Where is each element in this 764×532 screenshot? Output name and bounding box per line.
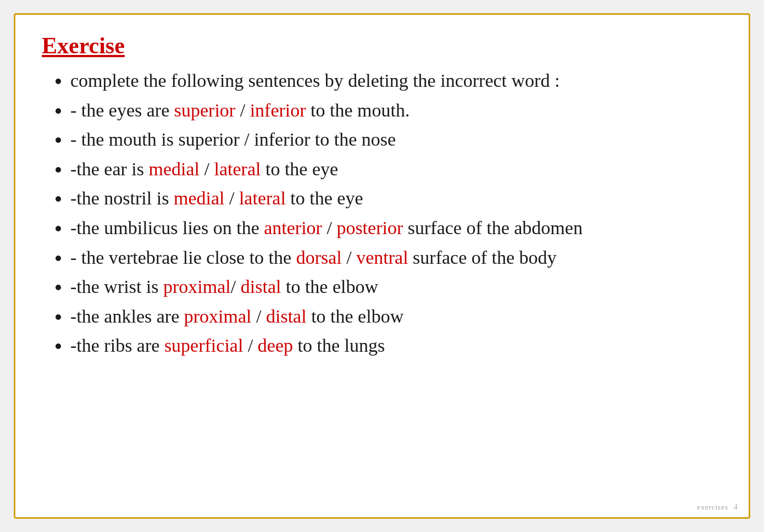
item-3-sep: /	[200, 159, 214, 179]
item-8-sep: /	[252, 306, 266, 326]
item-1-sep: /	[235, 100, 250, 120]
intro-text: complete the following sentences by dele…	[70, 70, 560, 91]
item-9-word2: deep	[258, 335, 293, 356]
bullet-list: complete the following sentences by dele…	[42, 68, 722, 491]
item-8-word2: distal	[266, 306, 307, 326]
item-4-before: -the nostril is	[70, 188, 174, 208]
item-7-word2: distal	[241, 276, 281, 297]
list-item-6: - the vertebrae lie close to the dorsal …	[70, 245, 722, 271]
item-4-word2: lateral	[239, 188, 286, 208]
list-item-7: -the wrist is proximal/ distal to the el…	[70, 274, 722, 300]
item-3-before: -the ear is	[70, 159, 149, 179]
item-3-word2: lateral	[214, 159, 261, 179]
exercise-title: Exercise	[42, 32, 722, 59]
item-1-after: to the mouth.	[306, 100, 410, 120]
item-1-before: - the eyes are	[70, 100, 174, 120]
list-item-3: -the ear is medial / lateral to the eye	[70, 156, 722, 182]
item-9-sep: /	[243, 335, 257, 356]
list-item-4: -the nostril is medial / lateral to the …	[70, 185, 722, 212]
item-4-word1: medial	[174, 188, 225, 208]
footer-page: 4	[734, 503, 738, 512]
item-8-before: -the ankles are	[70, 306, 184, 326]
item-2-text: - the mouth is superior / inferior to th…	[70, 129, 396, 149]
list-item-2: - the mouth is superior / inferior to th…	[70, 126, 722, 153]
slide-footer: exercises 4	[697, 503, 738, 512]
list-item-9: -the ribs are superficial / deep to the …	[70, 332, 722, 359]
item-5-sep: /	[322, 218, 336, 238]
item-9-before: -the ribs are	[70, 335, 164, 356]
item-7-sep: /	[231, 276, 241, 297]
item-6-sep: /	[342, 247, 356, 268]
list-item-intro: complete the following sentences by dele…	[70, 68, 722, 94]
item-7-before: -the wrist is	[70, 276, 163, 297]
item-8-after: to the elbow	[307, 306, 404, 326]
slide: Exercise complete the following sentence…	[14, 13, 750, 519]
item-6-word2: ventral	[356, 247, 408, 268]
item-7-word1: proximal	[163, 276, 231, 297]
item-3-word1: medial	[149, 159, 200, 179]
item-4-after: to the eye	[286, 188, 363, 208]
item-8-word1: proximal	[184, 306, 252, 326]
item-9-word1: superficial	[164, 335, 243, 356]
item-5-after: surface of the abdomen	[403, 218, 583, 238]
item-5-word2: posterior	[336, 218, 403, 238]
item-1-word1: superior	[174, 100, 235, 120]
item-1-word2: inferior	[250, 100, 306, 120]
item-6-before: - the vertebrae lie close to the	[70, 247, 296, 268]
list-item-1: - the eyes are superior / inferior to th…	[70, 97, 722, 124]
list-item-8: -the ankles are proximal / distal to the…	[70, 303, 722, 330]
item-5-word1: anterior	[264, 218, 322, 238]
footer-label: exercises	[697, 503, 728, 512]
item-9-after: to the lungs	[293, 335, 385, 356]
item-5-before: -the umbilicus lies on the	[70, 218, 264, 238]
item-3-after: to the eye	[261, 159, 338, 179]
item-6-word1: dorsal	[296, 247, 342, 268]
item-4-sep: /	[224, 188, 239, 208]
item-6-after: surface of the body	[408, 247, 557, 268]
item-7-after: to the elbow	[281, 276, 378, 297]
list-item-5: -the umbilicus lies on the anterior / po…	[70, 215, 722, 241]
